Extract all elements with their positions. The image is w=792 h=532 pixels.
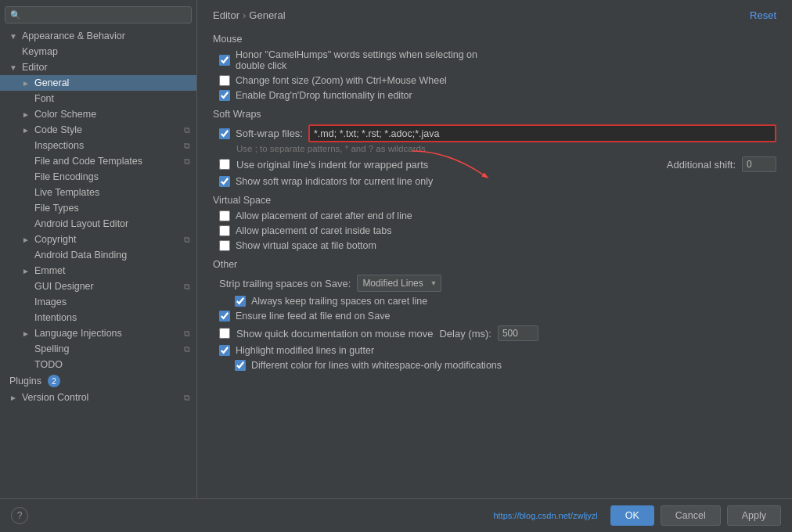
option-drag-drop: Enable Drag'n'Drop functionality in edit…	[219, 90, 776, 101]
camel-humps-label: Honor "CamelHumps" words settings when s…	[236, 49, 477, 71]
search-icon: 🔍	[10, 10, 21, 20]
option-virtual-space-bottom: Show virtual space at file bottom	[219, 240, 776, 251]
apply-button[interactable]: Apply	[727, 505, 781, 526]
copy-icon: ⧉	[184, 393, 190, 403]
expand-arrow: ►	[22, 126, 30, 135]
quick-doc-label: Show quick documentation on mouse move	[236, 328, 433, 340]
sidebar-item-file-encodings[interactable]: File Encodings	[0, 169, 196, 185]
change-font-size-checkbox[interactable]	[219, 75, 230, 86]
option-soft-wrap-indicators: Show soft wrap indicators for current li…	[219, 176, 776, 187]
sidebar-item-intentions[interactable]: Intentions	[0, 310, 196, 325]
sidebar-item-copyright[interactable]: ► Copyright ⧉	[0, 232, 196, 247]
ensure-line-feed-checkbox[interactable]	[219, 311, 230, 322]
expand-arrow: ►	[22, 79, 30, 88]
drag-drop-checkbox[interactable]	[219, 90, 230, 101]
highlight-modified-label: Highlight modified lines in gutter	[236, 345, 374, 356]
sidebar-item-emmet[interactable]: ► Emmet	[0, 263, 196, 279]
sidebar-item-label: Editor	[22, 62, 48, 73]
caret-after-end-checkbox[interactable]	[219, 210, 230, 221]
help-button[interactable]: ?	[11, 507, 28, 524]
sidebar-item-file-types[interactable]: File Types	[0, 200, 196, 216]
sidebar-item-inspections[interactable]: Inspections ⧉	[0, 138, 196, 153]
quick-doc-checkbox[interactable]	[219, 328, 230, 339]
sidebar-item-images[interactable]: Images	[0, 294, 196, 310]
option-camel-humps: Honor "CamelHumps" words settings when s…	[219, 49, 776, 71]
delay-label: Delay (ms):	[439, 328, 491, 340]
change-font-size-label: Change font size (Zoom) with Ctrl+Mouse …	[236, 75, 447, 86]
copy-icon: ⧉	[184, 235, 190, 245]
reset-button[interactable]: Reset	[750, 9, 776, 21]
search-bar[interactable]: 🔍	[5, 6, 192, 23]
sidebar-item-file-and-code-templates[interactable]: File and Code Templates ⧉	[0, 153, 196, 169]
sidebar-item-plugins[interactable]: Plugins 2	[0, 372, 196, 390]
sidebar-item-editor[interactable]: ▼ Editor	[0, 59, 196, 75]
sidebar-item-label: Font	[34, 93, 54, 104]
sidebar-item-keymap[interactable]: Keymap	[0, 44, 196, 59]
strip-trailing-label: Strip trailing spaces on Save:	[219, 278, 351, 289]
sidebar-item-label: Android Layout Editor	[34, 218, 128, 229]
delay-input[interactable]	[498, 325, 538, 341]
option-caret-after-end: Allow placement of caret after end of li…	[219, 210, 776, 221]
ok-button[interactable]: OK	[610, 505, 654, 526]
soft-wrap-hint: Use ; to separate patterns, * and ? as w…	[236, 144, 776, 153]
strip-trailing-row: Strip trailing spaces on Save: Modified …	[219, 275, 776, 292]
sidebar-item-label: Copyright	[34, 234, 77, 245]
plugins-badge: 2	[48, 375, 60, 387]
soft-wrap-checkbox[interactable]	[219, 128, 230, 139]
other-section-label: Other	[213, 259, 776, 270]
cancel-button[interactable]: Cancel	[661, 505, 721, 526]
strip-select-wrapper: Modified Lines None All	[357, 275, 441, 292]
sidebar-item-general[interactable]: ► General	[0, 75, 196, 91]
sidebar-item-label: File and Code Templates	[34, 156, 142, 167]
sidebar-item-todo[interactable]: TODO	[0, 357, 196, 372]
camel-humps-checkbox[interactable]	[219, 55, 230, 66]
search-input[interactable]	[25, 9, 186, 20]
virtual-space-bottom-checkbox[interactable]	[219, 240, 230, 251]
copy-icon: ⧉	[184, 125, 190, 135]
option-highlight-modified: Highlight modified lines in gutter	[219, 345, 776, 356]
highlight-modified-checkbox[interactable]	[219, 345, 230, 356]
sidebar-item-label: GUI Designer	[34, 281, 94, 292]
caret-after-end-label: Allow placement of caret after end of li…	[236, 210, 412, 221]
sidebar: 🔍 ▼ Appearance & Behavior Keymap ▼ Edito…	[0, 0, 197, 498]
copy-icon: ⧉	[184, 156, 190, 167]
additional-shift-input[interactable]	[742, 156, 776, 172]
breadcrumb: Editor › General Reset	[213, 9, 776, 21]
soft-wraps-section-label: Soft Wraps	[213, 109, 776, 120]
expand-arrow: ►	[22, 235, 30, 244]
dialog-body: 🔍 ▼ Appearance & Behavior Keymap ▼ Edito…	[0, 0, 792, 498]
quick-doc-row: Show quick documentation on mouse move D…	[219, 325, 776, 341]
soft-wrap-indicators-label: Show soft wrap indicators for current li…	[236, 176, 433, 187]
caret-inside-tabs-checkbox[interactable]	[219, 225, 230, 236]
sidebar-item-label: Code Style	[34, 124, 82, 135]
main-content: Editor › General Reset Mouse Honor "Came…	[197, 0, 792, 498]
breadcrumb-path: Editor › General	[213, 9, 286, 21]
sidebar-item-font[interactable]: Font	[0, 91, 196, 106]
soft-wrap-files-input[interactable]	[314, 128, 771, 139]
sidebar-item-appearance[interactable]: ▼ Appearance & Behavior	[0, 28, 196, 44]
copy-icon: ⧉	[184, 282, 190, 292]
strip-trailing-select[interactable]: Modified Lines None All	[357, 275, 441, 292]
different-color-checkbox[interactable]	[235, 360, 246, 371]
sidebar-item-spelling[interactable]: Spelling ⧉	[0, 341, 196, 357]
keep-trailing-checkbox[interactable]	[235, 296, 246, 307]
expand-arrow: ►	[22, 110, 30, 119]
sidebar-item-label: Spelling	[34, 343, 69, 354]
sidebar-item-color-scheme[interactable]: ► Color Scheme	[0, 106, 196, 122]
virtual-space-section-label: Virtual Space	[213, 195, 776, 206]
sidebar-item-language-injections[interactable]: ► Language Injections ⧉	[0, 325, 196, 341]
soft-wrap-files-label: Soft-wrap files:	[236, 128, 303, 139]
sidebar-item-gui-designer[interactable]: GUI Designer ⧉	[0, 279, 196, 294]
sidebar-item-label: Plugins	[9, 376, 41, 386]
bottom-bar: ? https://blog.csdn.net/zwljyzl OK Cance…	[0, 498, 792, 532]
sidebar-item-live-templates[interactable]: Live Templates	[0, 185, 196, 200]
sidebar-item-code-style[interactable]: ► Code Style ⧉	[0, 122, 196, 138]
sidebar-item-label: Version Control	[22, 392, 88, 403]
sidebar-item-label: Language Injections	[34, 328, 122, 339]
soft-wrap-indicators-checkbox[interactable]	[219, 176, 230, 187]
original-indent-checkbox[interactable]	[219, 159, 230, 170]
sidebar-item-label: Images	[34, 297, 67, 307]
sidebar-item-android-layout-editor[interactable]: Android Layout Editor	[0, 216, 196, 232]
sidebar-item-android-data-binding[interactable]: Android Data Binding	[0, 247, 196, 263]
sidebar-item-version-control[interactable]: ► Version Control ⧉	[0, 390, 196, 405]
